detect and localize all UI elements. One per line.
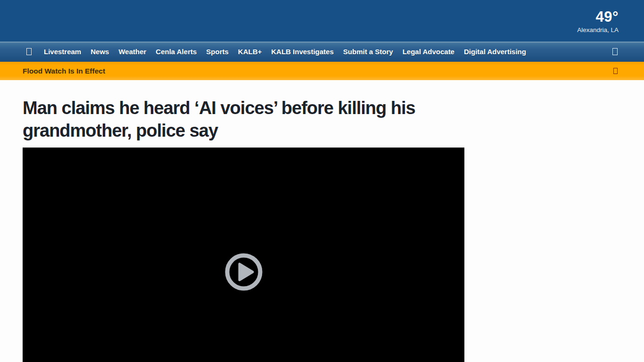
close-icon[interactable] [613,68,618,74]
weather-location: Alexandria, LA [577,26,619,33]
nav-item-kalb-investigates[interactable]: KALB Investigates [271,48,334,56]
nav-item-submit-a-story[interactable]: Submit a Story [343,48,393,56]
nav-item-legal-advocate[interactable]: Legal Advocate [403,48,454,56]
site-header: 49° Alexandria, LA [0,0,644,41]
alert-banner-text[interactable]: Flood Watch Is In Effect [23,67,105,75]
nav-item-sports[interactable]: Sports [206,48,229,56]
main-nav: Livestream News Weather Cenla Alerts Spo… [0,41,644,62]
search-icon[interactable] [612,48,618,55]
menu-icon[interactable] [26,48,32,55]
nav-item-news[interactable]: News [91,48,109,56]
nav-item-digital-advertising[interactable]: Digital Advertising [464,48,526,56]
nav-item-weather[interactable]: Weather [118,48,146,56]
nav-item-cenla-alerts[interactable]: Cenla Alerts [156,48,197,56]
nav-item-kalb-plus[interactable]: KALB+ [238,48,262,56]
weather-widget[interactable]: 49° Alexandria, LA [577,8,619,33]
alert-banner: Flood Watch Is In Effect [0,62,644,80]
article-content: Man claims he heard ‘AI voices’ before k… [0,80,644,362]
nav-item-livestream[interactable]: Livestream [44,48,81,56]
article-headline: Man claims he heard ‘AI voices’ before k… [23,97,471,142]
video-player[interactable] [23,148,464,362]
play-icon[interactable] [224,252,264,292]
temperature: 49° [596,8,619,25]
